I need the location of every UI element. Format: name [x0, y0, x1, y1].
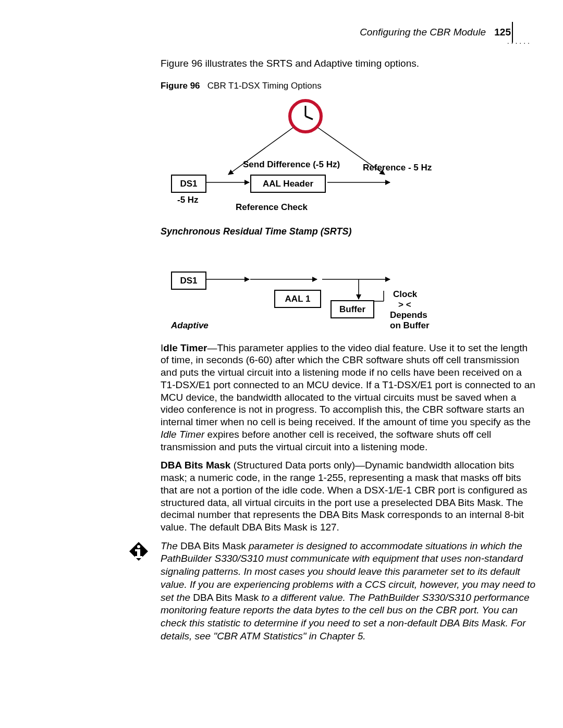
figure-title: CBR T1-DSX Timing Options — [207, 81, 322, 91]
svg-line-2 — [305, 116, 313, 119]
svg-point-0 — [290, 101, 321, 132]
figure-caption: Figure 96 CBR T1-DSX Timing Options — [161, 80, 536, 91]
svg-rect-16 — [135, 556, 142, 558]
box-buffer: Buffer — [331, 300, 374, 318]
header-dots: ······ — [507, 39, 532, 48]
label-clock-1: Clock — [393, 289, 417, 300]
adaptive-diagram: DS1 AAL 1 Buffer Clock > < Depends on Bu… — [161, 264, 536, 342]
srts-title: Synchronous Residual Time Stamp (SRTS) — [161, 226, 536, 238]
note-seg-a: The — [161, 540, 180, 551]
srts-diagram-lines — [161, 96, 536, 221]
page: Configuring the CBR Module 125 ······ Fi… — [0, 0, 563, 728]
dba-bits-mask-paragraph: DBA Bits Mask (Structured Data ports onl… — [161, 459, 536, 534]
note-seg-d: DBA Bits Mask — [193, 592, 259, 603]
idle-timer-body-2: expires before another cell is received,… — [161, 429, 491, 452]
note-seg-b: DBA Bits Mask — [180, 540, 246, 551]
label-reference-check: Reference Check — [236, 202, 308, 213]
page-number: 125 — [494, 26, 511, 39]
box-aal1: AAL 1 — [274, 290, 321, 308]
srts-diagram: Send Difference (-5 Hz) Reference - 5 Hz… — [161, 96, 536, 221]
idle-timer-term: dle Timer — [163, 342, 207, 353]
info-note: The DBA Bits Mask parameter is designed … — [161, 540, 536, 643]
box-ds1: DS1 — [171, 175, 206, 193]
label-minus-5hz: -5 Hz — [177, 194, 199, 205]
idle-timer-italic: Idle Timer — [161, 429, 204, 440]
dba-term: DBA Bits Mask — [161, 460, 230, 471]
label-clock-4: on Buffer — [390, 320, 430, 331]
svg-rect-15 — [135, 549, 139, 551]
label-send-difference: Send Difference (-5 Hz) — [243, 159, 340, 170]
label-clock-2: > < — [398, 299, 411, 310]
figure-number: Figure 96 — [161, 81, 200, 91]
box-aal-header: AAL Header — [250, 175, 326, 193]
svg-point-13 — [137, 545, 140, 548]
label-reference-5hz: Reference - 5 Hz — [363, 162, 432, 173]
info-note-text: The DBA Bits Mask parameter is designed … — [161, 540, 536, 643]
content-column: Figure 96 illustrates the SRTS and Adapt… — [161, 57, 536, 643]
label-clock-3: Depends — [390, 310, 427, 320]
adaptive-title: Adaptive — [171, 320, 209, 331]
intro-text: Figure 96 illustrates the SRTS and Adapt… — [161, 57, 536, 70]
idle-timer-body-1: —This parameter applies to the video dia… — [161, 342, 535, 428]
info-icon — [127, 540, 150, 643]
header-title: Configuring the CBR Module — [360, 26, 486, 39]
idle-timer-paragraph: Idle Timer—This parameter applies to the… — [161, 342, 536, 453]
box-ds1-adaptive: DS1 — [171, 272, 206, 290]
page-header: Configuring the CBR Module 125 ······ — [31, 26, 532, 42]
